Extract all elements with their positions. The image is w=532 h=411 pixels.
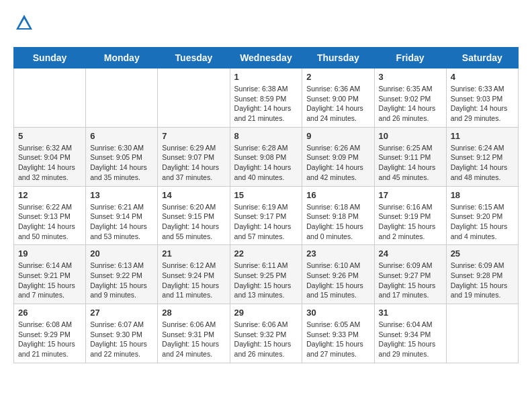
logo [13,13,34,36]
calendar-week-row: 12Sunrise: 6:22 AM Sunset: 9:13 PM Dayli… [14,186,519,245]
calendar-cell: 29Sunrise: 6:06 AM Sunset: 9:32 PM Dayli… [230,304,302,363]
calendar-cell: 10Sunrise: 6:25 AM Sunset: 9:11 PM Dayli… [374,127,446,186]
calendar-cell: 28Sunrise: 6:06 AM Sunset: 9:31 PM Dayli… [158,304,230,363]
calendar-cell: 30Sunrise: 6:05 AM Sunset: 9:33 PM Dayli… [302,304,374,363]
day-of-week-header: Wednesday [230,48,302,68]
day-number: 16 [306,190,369,200]
day-number: 8 [234,131,298,141]
calendar-cell: 19Sunrise: 6:14 AM Sunset: 9:21 PM Dayli… [14,245,86,304]
day-info: Sunrise: 6:06 AM Sunset: 9:32 PM Dayligh… [234,320,298,359]
day-info: Sunrise: 6:22 AM Sunset: 9:13 PM Dayligh… [18,202,81,242]
day-number: 24 [379,248,442,259]
day-info: Sunrise: 6:18 AM Sunset: 9:18 PM Dayligh… [306,202,369,242]
day-info: Sunrise: 6:38 AM Sunset: 8:59 PM Dayligh… [234,84,298,124]
day-number: 1 [234,72,298,82]
calendar-cell: 1Sunrise: 6:38 AM Sunset: 8:59 PM Daylig… [230,68,302,128]
calendar-cell: 27Sunrise: 6:07 AM Sunset: 9:30 PM Dayli… [86,304,158,363]
day-of-week-header: Monday [86,48,158,68]
calendar-cell: 26Sunrise: 6:08 AM Sunset: 9:29 PM Dayli… [14,304,86,363]
day-number: 30 [306,308,369,318]
calendar-cell: 15Sunrise: 6:19 AM Sunset: 9:17 PM Dayli… [230,186,302,245]
day-info: Sunrise: 6:04 AM Sunset: 9:34 PM Dayligh… [379,320,442,359]
calendar-cell [86,68,158,128]
calendar-cell: 4Sunrise: 6:33 AM Sunset: 9:03 PM Daylig… [446,68,518,128]
day-info: Sunrise: 6:19 AM Sunset: 9:17 PM Dayligh… [234,202,298,242]
day-of-week-header: Friday [374,48,446,68]
calendar: SundayMondayTuesdayWednesdayThursdayFrid… [13,47,519,363]
day-info: Sunrise: 6:29 AM Sunset: 9:07 PM Dayligh… [162,143,225,183]
day-number: 19 [18,248,81,259]
day-info: Sunrise: 6:09 AM Sunset: 9:28 PM Dayligh… [451,261,514,300]
calendar-cell [158,68,230,128]
page-header [13,13,519,36]
day-info: Sunrise: 6:12 AM Sunset: 9:24 PM Dayligh… [162,261,225,300]
calendar-cell: 24Sunrise: 6:09 AM Sunset: 9:27 PM Dayli… [374,245,446,304]
calendar-cell: 8Sunrise: 6:28 AM Sunset: 9:08 PM Daylig… [230,127,302,186]
calendar-cell [14,68,86,128]
day-number: 13 [90,190,153,200]
calendar-cell: 20Sunrise: 6:13 AM Sunset: 9:22 PM Dayli… [86,245,158,304]
day-number: 5 [18,131,81,141]
day-number: 20 [90,248,153,259]
day-number: 4 [451,72,514,82]
day-info: Sunrise: 6:28 AM Sunset: 9:08 PM Dayligh… [234,143,298,183]
calendar-cell: 9Sunrise: 6:26 AM Sunset: 9:09 PM Daylig… [302,127,374,186]
day-number: 2 [306,72,369,82]
day-info: Sunrise: 6:33 AM Sunset: 9:03 PM Dayligh… [451,84,514,124]
calendar-cell: 16Sunrise: 6:18 AM Sunset: 9:18 PM Dayli… [302,186,374,245]
calendar-cell: 11Sunrise: 6:24 AM Sunset: 9:12 PM Dayli… [446,127,518,186]
day-number: 28 [162,308,225,318]
day-number: 31 [379,308,442,318]
calendar-week-row: 1Sunrise: 6:38 AM Sunset: 8:59 PM Daylig… [14,68,519,128]
calendar-cell: 14Sunrise: 6:20 AM Sunset: 9:15 PM Dayli… [158,186,230,245]
day-number: 21 [162,248,225,259]
day-number: 14 [162,190,225,200]
day-number: 6 [90,131,153,141]
day-info: Sunrise: 6:16 AM Sunset: 9:19 PM Dayligh… [379,202,442,242]
day-number: 26 [18,308,81,318]
day-number: 12 [18,190,81,200]
day-number: 11 [451,131,514,141]
day-info: Sunrise: 6:25 AM Sunset: 9:11 PM Dayligh… [379,143,442,183]
calendar-cell: 5Sunrise: 6:32 AM Sunset: 9:04 PM Daylig… [14,127,86,186]
calendar-cell: 21Sunrise: 6:12 AM Sunset: 9:24 PM Dayli… [158,245,230,304]
logo-icon [15,13,34,32]
day-info: Sunrise: 6:07 AM Sunset: 9:30 PM Dayligh… [90,320,153,359]
day-info: Sunrise: 6:20 AM Sunset: 9:15 PM Dayligh… [162,202,225,242]
calendar-cell [446,304,518,363]
day-info: Sunrise: 6:32 AM Sunset: 9:04 PM Dayligh… [18,143,81,183]
day-info: Sunrise: 6:30 AM Sunset: 9:05 PM Dayligh… [90,143,153,183]
day-info: Sunrise: 6:10 AM Sunset: 9:26 PM Dayligh… [306,261,369,300]
day-info: Sunrise: 6:21 AM Sunset: 9:14 PM Dayligh… [90,202,153,242]
calendar-week-row: 5Sunrise: 6:32 AM Sunset: 9:04 PM Daylig… [14,127,519,186]
day-number: 23 [306,248,369,259]
day-number: 27 [90,308,153,318]
calendar-cell: 13Sunrise: 6:21 AM Sunset: 9:14 PM Dayli… [86,186,158,245]
calendar-header-row: SundayMondayTuesdayWednesdayThursdayFrid… [14,48,519,68]
day-number: 9 [306,131,369,141]
calendar-week-row: 26Sunrise: 6:08 AM Sunset: 9:29 PM Dayli… [14,304,519,363]
calendar-cell: 23Sunrise: 6:10 AM Sunset: 9:26 PM Dayli… [302,245,374,304]
calendar-cell: 12Sunrise: 6:22 AM Sunset: 9:13 PM Dayli… [14,186,86,245]
calendar-cell: 17Sunrise: 6:16 AM Sunset: 9:19 PM Dayli… [374,186,446,245]
day-number: 17 [379,190,442,200]
day-number: 3 [379,72,442,82]
day-number: 15 [234,190,298,200]
calendar-cell: 3Sunrise: 6:35 AM Sunset: 9:02 PM Daylig… [374,68,446,128]
day-info: Sunrise: 6:11 AM Sunset: 9:25 PM Dayligh… [234,261,298,300]
day-info: Sunrise: 6:36 AM Sunset: 9:00 PM Dayligh… [306,84,369,124]
day-of-week-header: Thursday [302,48,374,68]
calendar-cell: 2Sunrise: 6:36 AM Sunset: 9:00 PM Daylig… [302,68,374,128]
day-info: Sunrise: 6:24 AM Sunset: 9:12 PM Dayligh… [451,143,514,183]
day-of-week-header: Saturday [446,48,518,68]
day-number: 7 [162,131,225,141]
day-number: 29 [234,308,298,318]
day-of-week-header: Tuesday [158,48,230,68]
calendar-cell: 7Sunrise: 6:29 AM Sunset: 9:07 PM Daylig… [158,127,230,186]
calendar-cell: 6Sunrise: 6:30 AM Sunset: 9:05 PM Daylig… [86,127,158,186]
day-info: Sunrise: 6:05 AM Sunset: 9:33 PM Dayligh… [306,320,369,359]
day-number: 22 [234,248,298,259]
day-number: 18 [451,190,514,200]
day-number: 25 [451,248,514,259]
day-info: Sunrise: 6:08 AM Sunset: 9:29 PM Dayligh… [18,320,81,359]
